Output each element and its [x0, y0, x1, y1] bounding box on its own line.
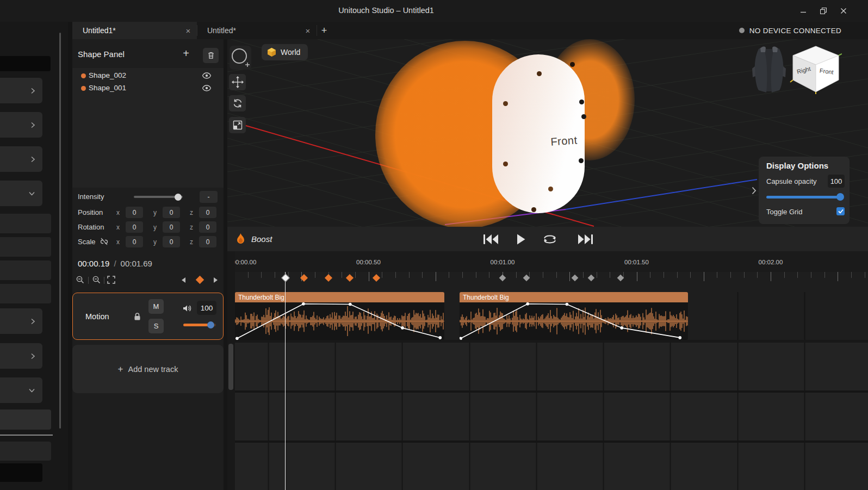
ruler-tick: [704, 272, 704, 281]
clip-header[interactable]: Thunderbolt Big: [235, 292, 444, 302]
capsule-opacity-label: Capsule opacity: [766, 177, 817, 185]
ruler-tick: [476, 272, 476, 278]
envelope-point[interactable]: [679, 336, 682, 339]
ruler-tick: [556, 272, 557, 278]
ruler-tick: [677, 272, 678, 278]
envelope-point[interactable]: [235, 337, 239, 340]
keyframe-diamond[interactable]: [324, 274, 332, 282]
ruler-tick: [409, 272, 410, 278]
keyframe-diamond[interactable]: [572, 275, 579, 282]
ruler-tick: [838, 272, 838, 281]
ruler-tick: [382, 272, 382, 278]
display-options-title: Display Options: [766, 161, 828, 170]
ruler-tick: [369, 272, 369, 281]
capsule-opacity-value[interactable]: 100: [828, 175, 845, 188]
chevron-right-icon: [752, 187, 757, 195]
ruler-tick: [261, 272, 262, 278]
ruler-tick: [730, 272, 731, 278]
clip-waveform[interactable]: [235, 302, 444, 340]
ruler-label: 00:01.50: [624, 259, 649, 265]
ruler-tick: [489, 272, 489, 278]
capsule-opacity-slider[interactable]: [766, 196, 842, 199]
ruler-tick: [717, 272, 717, 278]
ruler-tick: [771, 272, 771, 281]
ruler-tick: [516, 272, 517, 278]
clip-header[interactable]: Thunderbolt Big: [460, 292, 688, 302]
ruler-tick: [355, 272, 356, 278]
ruler-tick: [543, 272, 543, 278]
ruler-tick: [784, 272, 785, 278]
ruler-tick: [650, 272, 650, 278]
clip-title: Thunderbolt Big: [463, 294, 509, 301]
ruler-tick: [342, 272, 342, 278]
ruler-tick: [462, 272, 463, 278]
envelope-point[interactable]: [302, 302, 305, 306]
ruler-tick: [865, 272, 865, 278]
app-window: Unitouch Studio – Untitled1 Untitled1* ×…: [0, 0, 868, 490]
envelope-point[interactable]: [401, 326, 404, 330]
ruler-tick: [851, 272, 852, 278]
ruler-tick: [275, 272, 275, 278]
keyframe-diamond[interactable]: [587, 275, 594, 282]
ruler-tick: [597, 272, 597, 278]
ruler-tick: [824, 272, 825, 278]
capsule-opacity-slider-knob[interactable]: [836, 193, 844, 201]
timeline-overlay: 00:00.0000:00.5000:01.0000:01.5000:02.00…: [0, 0, 868, 490]
envelope-point[interactable]: [526, 302, 529, 306]
keyframe-diamond[interactable]: [499, 275, 506, 282]
ruler-tick: [757, 272, 758, 278]
ruler-tick: [811, 272, 811, 278]
ruler-tick: [690, 272, 691, 278]
display-options-collapse-handle[interactable]: [752, 187, 758, 196]
ruler-tick: [422, 272, 423, 278]
ruler-tick: [436, 272, 436, 281]
envelope-point[interactable]: [620, 326, 623, 330]
clip-title: Thunderbolt Big: [238, 294, 284, 301]
ruler-label: 00:00.50: [356, 259, 381, 265]
envelope-point[interactable]: [566, 303, 569, 306]
ruler-label: 00:00.00: [232, 259, 257, 265]
track-scrollbar[interactable]: [228, 344, 233, 390]
ruler-tick: [664, 272, 664, 278]
ruler-tick: [315, 272, 315, 278]
ruler-label: 00:02.00: [759, 259, 783, 265]
envelope-point[interactable]: [439, 336, 442, 339]
ruler-tick: [797, 272, 798, 278]
ruler-tick: [610, 272, 610, 278]
ruler-tick: [395, 272, 396, 278]
ruler-tick: [744, 272, 745, 278]
keyframe-diamond[interactable]: [373, 274, 380, 282]
toggle-grid-checkbox[interactable]: [836, 207, 845, 215]
ruler-tick: [637, 272, 637, 281]
clip-waveform[interactable]: [460, 302, 688, 340]
audio-clip[interactable]: Thunderbolt Big: [235, 292, 444, 340]
audio-clip[interactable]: Thunderbolt Big: [460, 292, 688, 340]
ruler-tick: [583, 272, 584, 278]
ruler-tick: [569, 272, 570, 281]
ruler-tick: [449, 272, 449, 278]
display-options-panel: Display Options Capsule opacity 100 Togg…: [759, 157, 850, 224]
ruler-label: 00:01.00: [491, 259, 515, 265]
keyframe-diamond[interactable]: [346, 274, 354, 282]
envelope-point[interactable]: [349, 303, 352, 306]
toggle-grid-label: Toggle Grid: [766, 208, 802, 216]
playhead[interactable]: [285, 272, 286, 490]
ruler-tick: [248, 272, 249, 278]
check-icon: [838, 209, 844, 214]
